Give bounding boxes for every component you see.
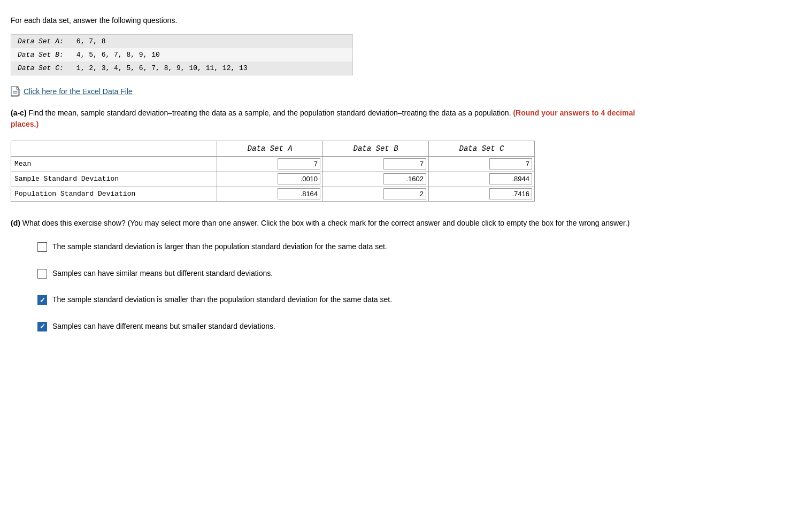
checkbox-label-1: Samples can have similar means but diffe… bbox=[52, 268, 273, 279]
stats-input-1-0[interactable] bbox=[278, 173, 320, 184]
stats-input-0-1[interactable] bbox=[383, 158, 426, 169]
question-d-text: What does this exercise show? bbox=[20, 219, 126, 227]
stats-table: Data Set AData Set BData Set C MeanSampl… bbox=[11, 141, 535, 202]
checkbox-item-1: Samples can have similar means but diffe… bbox=[37, 268, 788, 279]
data-sets-container: Data Set A:6, 7, 8Data Set B:4, 5, 6, 7,… bbox=[11, 34, 353, 75]
excel-link[interactable]: Click here for the Excel Data File bbox=[11, 86, 788, 97]
question-d-bold: (You may select more than one answer. Cl… bbox=[128, 219, 630, 227]
stats-input-1-1[interactable] bbox=[383, 173, 426, 184]
checkboxes-section: The sample standard deviation is larger … bbox=[11, 242, 788, 331]
question-ac: (a-c) Find the mean, sample standard dev… bbox=[11, 107, 652, 130]
checkbox-label-0: The sample standard deviation is larger … bbox=[52, 242, 387, 252]
stats-cell-0-2[interactable] bbox=[429, 157, 535, 172]
data-set-value: 4, 5, 6, 7, 8, 9, 10 bbox=[70, 48, 353, 61]
stats-cell-1-2[interactable] bbox=[429, 172, 535, 187]
checkbox-0[interactable] bbox=[37, 242, 47, 252]
data-set-value: 1, 2, 3, 4, 5, 6, 7, 8, 9, 10, 11, 12, 1… bbox=[70, 61, 353, 75]
question-ac-text: Find the mean, sample standard deviation… bbox=[27, 109, 511, 117]
checkbox-3[interactable] bbox=[37, 322, 47, 331]
data-set-label: Data Set B: bbox=[11, 48, 70, 61]
checkbox-item-3: Samples can have different means but sma… bbox=[37, 321, 788, 332]
stats-row-label: Sample Standard Deviation bbox=[11, 172, 217, 187]
excel-link-text: Click here for the Excel Data File bbox=[24, 87, 133, 96]
stats-row: Population Standard Deviation bbox=[11, 187, 535, 202]
stats-row: Mean bbox=[11, 157, 535, 172]
stats-header-0 bbox=[11, 141, 217, 157]
stats-header-3: Data Set C bbox=[429, 141, 535, 157]
stats-cell-2-1[interactable] bbox=[323, 187, 429, 202]
stats-input-0-0[interactable] bbox=[278, 158, 320, 169]
stats-input-2-1[interactable] bbox=[383, 188, 426, 199]
stats-table-wrapper: Data Set AData Set BData Set C MeanSampl… bbox=[11, 141, 535, 202]
data-set-row: Data Set C:1, 2, 3, 4, 5, 6, 7, 8, 9, 10… bbox=[11, 61, 353, 75]
file-icon bbox=[11, 86, 20, 97]
stats-row-label: Population Standard Deviation bbox=[11, 187, 217, 202]
stats-row-label: Mean bbox=[11, 157, 217, 172]
checkbox-item-2: The sample standard deviation is smaller… bbox=[37, 295, 788, 305]
question-ac-prefix: (a-c) bbox=[11, 109, 27, 117]
stats-cell-2-0[interactable] bbox=[217, 187, 323, 202]
intro-text: For each data set, answer the following … bbox=[11, 16, 788, 25]
checkbox-label-2: The sample standard deviation is smaller… bbox=[52, 295, 392, 305]
question-d-prefix: (d) bbox=[11, 219, 20, 227]
stats-cell-0-0[interactable] bbox=[217, 157, 323, 172]
stats-cell-1-1[interactable] bbox=[323, 172, 429, 187]
checkbox-2[interactable] bbox=[37, 295, 47, 305]
data-set-label: Data Set C: bbox=[11, 61, 70, 75]
stats-cell-0-1[interactable] bbox=[323, 157, 429, 172]
stats-cell-2-2[interactable] bbox=[429, 187, 535, 202]
checkbox-item-0: The sample standard deviation is larger … bbox=[37, 242, 788, 252]
data-set-value: 6, 7, 8 bbox=[70, 35, 353, 49]
stats-input-2-0[interactable] bbox=[278, 188, 320, 199]
data-set-row: Data Set B:4, 5, 6, 7, 8, 9, 10 bbox=[11, 48, 353, 61]
question-d: (d) What does this exercise show? (You m… bbox=[11, 218, 652, 229]
data-sets-table: Data Set A:6, 7, 8Data Set B:4, 5, 6, 7,… bbox=[11, 34, 353, 75]
stats-input-2-2[interactable] bbox=[489, 188, 532, 199]
checkbox-label-3: Samples can have different means but sma… bbox=[52, 321, 275, 332]
stats-header-1: Data Set A bbox=[217, 141, 323, 157]
stats-header-2: Data Set B bbox=[323, 141, 429, 157]
data-set-label: Data Set A: bbox=[11, 35, 70, 49]
checkbox-1[interactable] bbox=[37, 269, 47, 279]
data-set-row: Data Set A:6, 7, 8 bbox=[11, 35, 353, 49]
stats-input-0-2[interactable] bbox=[489, 158, 532, 169]
stats-cell-1-0[interactable] bbox=[217, 172, 323, 187]
stats-row: Sample Standard Deviation bbox=[11, 172, 535, 187]
stats-input-1-2[interactable] bbox=[489, 173, 532, 184]
